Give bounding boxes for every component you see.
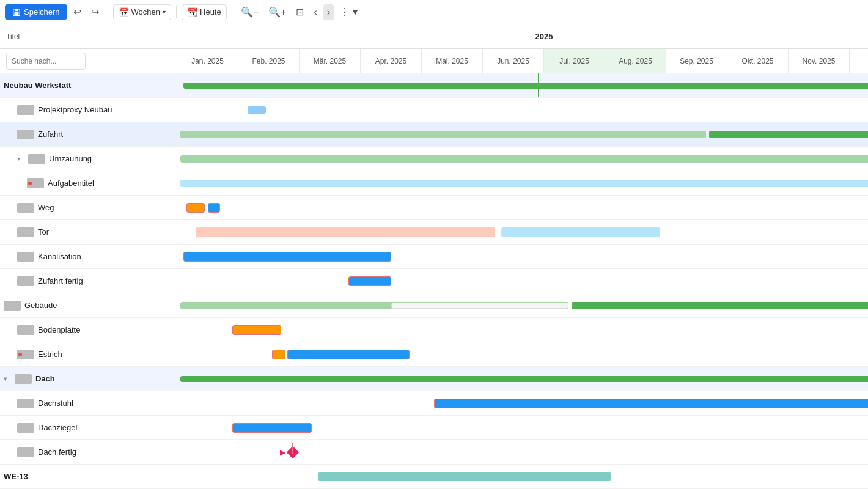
- gantt-row-kanalisation: [177, 244, 868, 269]
- row-color: [17, 447, 34, 457]
- row-color: [17, 130, 34, 139]
- connector-up: [292, 443, 293, 454]
- month-mar: Mär. 2025: [300, 49, 361, 73]
- gantt-row-estrich: [177, 342, 868, 367]
- bar-zufahrt-fertig: [348, 276, 391, 286]
- bar-zufahrt-light: [180, 131, 706, 138]
- row-kanalisation[interactable]: Kanalisation: [0, 244, 177, 269]
- bar-weg-blue: [208, 203, 220, 213]
- gantt-row-gebäude: [177, 293, 868, 318]
- row-aufgabentitel[interactable]: Aufgabentitel: [0, 171, 177, 196]
- row-zufahrt-fertig[interactable]: Zufahrt fertig: [0, 269, 177, 293]
- bar-innenausbau: [318, 472, 611, 481]
- bar-gebäude-box: [391, 303, 568, 309]
- row-projektproxy[interactable]: Projektproxy Neubau: [0, 98, 177, 122]
- row-color: [17, 325, 34, 335]
- row-label: Dach: [35, 374, 55, 383]
- column-title: Titel: [6, 32, 20, 41]
- row-color: [17, 399, 34, 408]
- zoom-in-button[interactable]: 🔍+: [265, 4, 290, 20]
- gantt-row-zufahrt: [177, 122, 868, 147]
- bar-tor-blue: [501, 227, 660, 237]
- row-zufahrt[interactable]: Zufahrt: [0, 122, 177, 147]
- row-color: [4, 301, 21, 311]
- row-label: Dach fertig: [38, 447, 76, 457]
- row-label: Estrich: [38, 350, 62, 359]
- row-weg[interactable]: Weg: [0, 196, 177, 220]
- month-nov: Nov. 2025: [789, 49, 850, 73]
- view-weeks-button[interactable]: 📅 Wochen ▾: [113, 4, 171, 20]
- month-apr: Apr. 2025: [361, 49, 422, 73]
- fit-button[interactable]: ⊡: [292, 4, 307, 20]
- bar-gebäude-green: [572, 302, 868, 309]
- row-umzaunung[interactable]: ▾ Umzäunung: [0, 147, 177, 171]
- gantt-year-label: 2025: [535, 32, 553, 41]
- row-label: Dachziegel: [38, 423, 77, 432]
- bar-estrich-orange: [272, 350, 285, 359]
- row-label: Dachstuhl: [38, 399, 73, 408]
- gantt-row-aufgabentitel: [177, 171, 868, 196]
- today-button[interactable]: 📆 Heute: [182, 4, 227, 20]
- bar-aufgabentitel: [180, 180, 868, 187]
- undo-button[interactable]: ↩: [70, 4, 85, 20]
- row-label: Tor: [38, 227, 49, 237]
- row-tor[interactable]: Tor: [0, 220, 177, 244]
- row-dachziegel[interactable]: Dachziegel: [0, 416, 177, 440]
- gantt-row-umzaunung: [177, 147, 868, 171]
- search-input[interactable]: [6, 53, 86, 70]
- month-jun: Jun. 2025: [483, 49, 544, 73]
- row-label: Projektproxy Neubau: [38, 105, 112, 114]
- separator: [108, 6, 108, 18]
- row-gebäude[interactable]: Gebäude: [0, 293, 177, 318]
- connector-innenausbau: [315, 480, 316, 489]
- row-dach[interactable]: ▾ Dach: [0, 367, 177, 391]
- row-neubau-werkstatt[interactable]: Neubau Werkstatt: [0, 73, 177, 98]
- next-button[interactable]: ›: [323, 4, 334, 20]
- zoom-out-button[interactable]: 🔍−: [237, 4, 262, 20]
- row-label: Aufgabentitel: [48, 178, 94, 188]
- expand-icon[interactable]: ▾: [17, 155, 24, 162]
- row-we13[interactable]: WE-13: [0, 465, 177, 489]
- gantt-row-dachstuhl: [177, 391, 868, 416]
- row-label: Zufahrt fertig: [38, 276, 83, 285]
- save-button[interactable]: Speichern: [5, 4, 67, 20]
- gantt-row-bodenplatte: [177, 318, 868, 342]
- month-feb: Feb. 2025: [238, 49, 300, 73]
- gantt-row-zufahrt-fertig: [177, 269, 868, 293]
- month-may: Mai. 2025: [422, 49, 483, 73]
- row-dach-fertig[interactable]: Dach fertig: [0, 440, 177, 465]
- bar-projektproxy: [248, 106, 266, 114]
- row-label: Zufahrt: [38, 130, 63, 139]
- row-label: Umzäunung: [49, 154, 92, 163]
- left-panel: Titel Neubau Werkstatt Projektproxy Neub…: [0, 24, 177, 489]
- row-color: [17, 423, 34, 433]
- bar-bodenplatte: [232, 325, 281, 335]
- row-label: Kanalisation: [38, 252, 81, 261]
- gantt-row-tor: [177, 220, 868, 244]
- left-panel-header: Titel: [0, 24, 177, 49]
- row-color: [17, 227, 34, 237]
- gantt-row-weg: [177, 196, 868, 220]
- gantt-row-dachziegel: [177, 416, 868, 440]
- row-color: [17, 276, 34, 286]
- row-color: [17, 203, 34, 213]
- svg-rect-1: [15, 9, 18, 11]
- prev-button[interactable]: ‹: [310, 4, 320, 20]
- bar-umzaunung: [180, 155, 868, 163]
- bar-kanalisation: [183, 252, 391, 262]
- gantt-row-projektproxy: [177, 98, 868, 122]
- gantt-year-row: 2025: [177, 24, 868, 49]
- gantt-row-dach-fertig: ▶: [177, 440, 868, 465]
- expand-icon[interactable]: ▾: [4, 375, 11, 382]
- redo-button[interactable]: ↪: [87, 4, 103, 20]
- month-oct: Okt. 2025: [727, 49, 789, 73]
- row-estrich[interactable]: Estrich: [0, 342, 177, 367]
- gantt-panel[interactable]: 2025 Jan. 2025 Feb. 2025 Mär. 2025 Apr. …: [177, 24, 868, 489]
- row-dachstuhl[interactable]: Dachstuhl: [0, 391, 177, 416]
- row-color: [17, 105, 34, 115]
- main-layout: Titel Neubau Werkstatt Projektproxy Neub…: [0, 24, 868, 489]
- more-button[interactable]: ⋮ ▾: [336, 4, 361, 20]
- row-color: [15, 374, 32, 384]
- row-bodenplatte[interactable]: Bodenplatte: [0, 318, 177, 342]
- row-label: Weg: [38, 203, 54, 212]
